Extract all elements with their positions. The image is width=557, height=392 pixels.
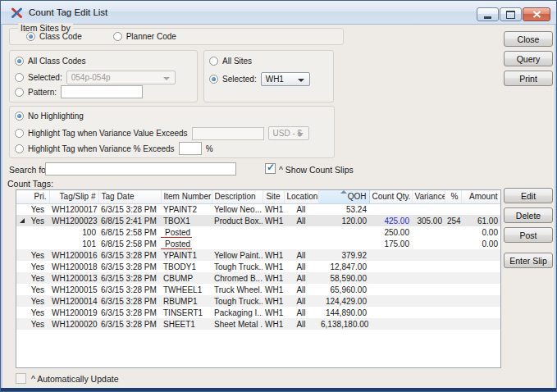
minimize-icon [484, 16, 491, 19]
cell-description [212, 226, 263, 238]
cell-pri [16, 238, 49, 249]
column-header-amount[interactable]: Amount [461, 190, 500, 203]
column-header-variance[interactable]: Variance [412, 190, 445, 203]
cell-qoh: 58,590.00 [318, 272, 369, 284]
cell-location: All [284, 261, 318, 272]
show-count-slips-label: ^ Show Count Slips [279, 165, 354, 175]
cell-pri: Yes [16, 261, 49, 272]
cell-location [284, 238, 318, 249]
column-header-count-qty-[interactable]: Count Qty. [369, 190, 412, 203]
print-button[interactable]: Print [504, 71, 553, 86]
cell-variance [412, 272, 445, 284]
cell-description: Tough Truck... [212, 261, 263, 272]
column-header-pri-[interactable]: Pri. [16, 190, 49, 203]
site-combobox[interactable]: WH1 [261, 72, 310, 86]
cell-pri [16, 226, 49, 238]
cell-qoh: 65,960.00 [318, 284, 369, 295]
column-header-site[interactable]: Site [263, 190, 284, 203]
xtuple-app-icon [11, 7, 23, 19]
count-tag-row[interactable]: YesWH12000136/3/15 3:28 PMCBUMPChromed B… [16, 272, 500, 284]
posted-flag: Posted [161, 228, 192, 239]
cell-amount: 61.00 [461, 215, 500, 226]
cell-pct [445, 272, 461, 284]
close-window-button[interactable] [523, 7, 550, 21]
sites-group: All Sites Selected: WH1 [203, 50, 334, 103]
close-button[interactable]: Close [504, 31, 553, 47]
no-highlighting-radio[interactable] [15, 112, 24, 121]
highlight-variance-pct-radio[interactable] [15, 144, 24, 153]
cell-qoh [318, 226, 369, 238]
currency-combobox[interactable]: USD - $ [268, 126, 309, 140]
all-class-codes-radio[interactable] [15, 57, 24, 66]
variance-pct-input[interactable] [179, 142, 202, 155]
minimize-button[interactable] [477, 7, 499, 21]
cell-amount [461, 295, 500, 307]
count-tag-row[interactable]: YesWH12000206/3/15 3:28 PMSHEET1Sheet Me… [16, 318, 500, 330]
column-header-description[interactable]: Description [212, 190, 263, 203]
cell-qoh: 144,890.00 [318, 307, 369, 318]
column-header-tag-slip-[interactable]: Tag/Slip # [49, 190, 98, 203]
cell-count-qty: 250.00 [369, 226, 412, 238]
posted-flag: Posted [161, 239, 192, 250]
cell-item-number: TWHEEL1 [161, 284, 212, 295]
column-header--[interactable]: % [445, 190, 461, 203]
cell-variance [412, 238, 445, 249]
auto-update-checkbox[interactable] [16, 373, 26, 384]
pattern-radio[interactable] [15, 88, 24, 97]
count-tag-row[interactable]: YesWH12000146/3/15 3:28 PMRBUMP1Tough Tr… [16, 295, 500, 307]
column-header-qoh[interactable]: QOH [318, 190, 369, 203]
column-header-tag-date[interactable]: Tag Date [98, 190, 161, 203]
count-tag-row[interactable]: YesWH12000236/8/15 2:41 PMTBOX1Product B… [16, 215, 500, 226]
cell-variance [412, 261, 445, 272]
class-code-combobox[interactable]: 054p-054p [66, 71, 176, 84]
cell-pri: Yes [16, 203, 49, 215]
cell-tag-slip: 101 [49, 238, 98, 249]
titlebar[interactable]: Count Tag Edit List [1, 1, 556, 25]
count-slip-row[interactable]: 1006/8/15 2:58 PMPosted250.000.00 [16, 226, 500, 238]
edit-button[interactable]: Edit [504, 188, 553, 203]
cell-tag-date: 6/3/15 3:28 PM [98, 249, 161, 261]
class-code-radio[interactable] [26, 32, 35, 41]
selected-class-code-radio[interactable] [15, 73, 24, 82]
cell-pct [445, 249, 461, 261]
cell-qoh: 12,847.00 [318, 261, 369, 272]
cell-amount [461, 284, 500, 295]
planner-code-radio[interactable] [113, 32, 122, 41]
count-tag-row[interactable]: YesWH12000186/3/15 3:28 PMTBODY1Tough Tr… [16, 261, 500, 272]
cell-item-number: YPAINT2 [161, 203, 212, 215]
column-header-location[interactable]: Location [284, 190, 318, 203]
cell-pct [445, 295, 461, 307]
cell-location: All [284, 272, 318, 284]
pattern-input[interactable] [61, 85, 143, 98]
column-header-item-number[interactable]: Item Number [161, 190, 212, 203]
cell-variance [412, 295, 445, 307]
cell-tag-date: 6/8/15 2:58 PM [98, 226, 161, 238]
show-count-slips-checkbox[interactable] [265, 163, 276, 174]
all-sites-radio[interactable] [209, 57, 218, 66]
cell-tag-slip: WH1200014 [49, 295, 98, 307]
cell-description: Chromed B... [212, 272, 263, 284]
count-tag-row[interactable]: YesWH12000196/3/15 3:28 PMTINSERT1Packag… [16, 307, 500, 318]
cell-tag-date: 6/8/15 2:58 PM [98, 238, 161, 249]
search-input[interactable] [45, 162, 236, 175]
count-tag-row[interactable]: YesWH12000156/3/15 3:28 PMTWHEEL1Truck W… [16, 284, 500, 295]
post-button[interactable]: Post [504, 227, 553, 243]
count-tags-table[interactable]: Pri.Tag/Slip #Tag DateItem NumberDescrip… [16, 189, 501, 368]
count-slip-row[interactable]: 1016/8/15 2:58 PMPosted175.000.00 [16, 238, 500, 249]
cell-description: Packaging I... [212, 307, 263, 318]
delete-button[interactable]: Delete [504, 207, 553, 223]
cell-site: WH1 [263, 272, 284, 284]
variance-value-input[interactable] [192, 127, 264, 140]
count-tag-row[interactable]: YesWH12000176/3/15 3:28 PMYPAINT2Yellow … [16, 203, 500, 215]
enter-slip-button[interactable]: Enter Slip [504, 253, 553, 268]
count-tag-row[interactable]: YesWH12000166/3/15 3:28 PMYPAINT1Yellow … [16, 249, 500, 261]
expanded-branch-icon[interactable] [20, 218, 25, 223]
cell-pri: Yes [16, 318, 49, 330]
all-sites-label: All Sites [222, 57, 252, 66]
maximize-button[interactable] [500, 7, 522, 21]
selected-site-radio[interactable] [209, 75, 218, 84]
cell-tag-slip: WH1200013 [49, 272, 98, 284]
query-button[interactable]: Query [504, 51, 553, 66]
cell-tag-slip: WH1200016 [49, 249, 98, 261]
highlight-variance-value-radio[interactable] [15, 129, 24, 138]
